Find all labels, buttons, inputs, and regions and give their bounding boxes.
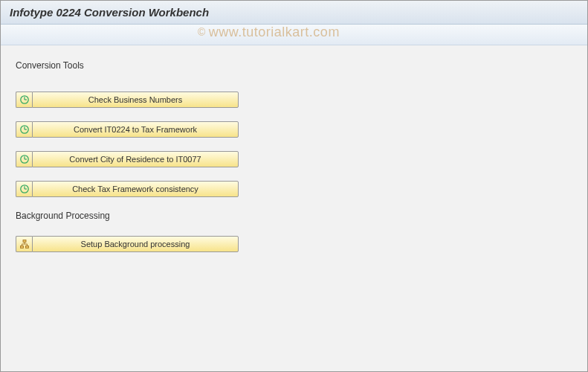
- hierarchy-icon: [16, 236, 32, 252]
- check-tax-framework-button[interactable]: Check Tax Framework consistency: [16, 181, 239, 197]
- check-business-numbers-button[interactable]: Check Business Numbers: [16, 92, 239, 108]
- button-label: Check Business Numbers: [32, 92, 239, 108]
- execute-icon: [16, 92, 32, 108]
- convert-it0224-button[interactable]: Convert IT0224 to Tax Framework: [16, 121, 239, 138]
- section-background-processing-label: Background Processing: [16, 211, 572, 221]
- section-conversion-tools-label: Conversion Tools: [16, 60, 572, 71]
- execute-icon: [16, 181, 32, 197]
- main-content: Conversion Tools Check Business Numbers …: [1, 45, 587, 372]
- setup-background-processing-button[interactable]: Setup Background processing: [16, 236, 239, 252]
- button-label: Convert IT0224 to Tax Framework: [32, 121, 239, 138]
- button-label: Check Tax Framework consistency: [32, 181, 239, 197]
- button-label: Setup Background processing: [32, 236, 239, 252]
- execute-icon: [16, 121, 32, 138]
- window-title: Infotype 0224 Conversion Workbench: [1, 1, 587, 25]
- execute-icon: [16, 151, 32, 167]
- svg-rect-14: [25, 246, 28, 248]
- svg-rect-12: [23, 240, 26, 243]
- convert-city-residence-button[interactable]: Convert City of Residence to IT0077: [16, 151, 239, 167]
- svg-rect-13: [20, 246, 23, 248]
- app-toolbar: [1, 25, 587, 45]
- button-label: Convert City of Residence to IT0077: [32, 151, 239, 167]
